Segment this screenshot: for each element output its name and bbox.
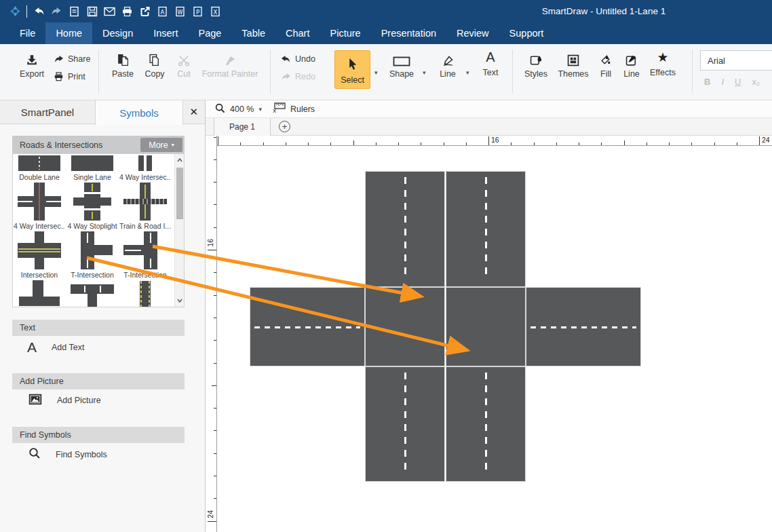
line-tool-button[interactable]: Line bbox=[436, 53, 460, 79]
symbol-4way-intersection-b[interactable]: 4 Way Intersec... bbox=[14, 183, 64, 230]
menu-page[interactable]: Page bbox=[188, 22, 231, 44]
menu-review[interactable]: Review bbox=[446, 22, 499, 44]
format-painter-button[interactable]: Format Painter bbox=[201, 53, 259, 79]
subscript-button[interactable]: x₂ bbox=[752, 77, 760, 87]
fill-button[interactable]: Fill bbox=[596, 53, 615, 79]
menu-table[interactable]: Table bbox=[231, 22, 275, 44]
effects-star-icon: ★ bbox=[657, 52, 668, 65]
italic-button[interactable]: I bbox=[721, 77, 724, 87]
symbol-t-intersection-b[interactable]: T-Intersection bbox=[120, 231, 170, 279]
road-left-arm[interactable] bbox=[250, 287, 365, 366]
drawing-surface[interactable] bbox=[217, 146, 772, 532]
excel-export-icon[interactable]: X bbox=[210, 5, 221, 17]
road-bottom-left[interactable] bbox=[365, 366, 445, 482]
themes-button[interactable]: Themes bbox=[557, 53, 590, 79]
ruler-tick bbox=[214, 295, 216, 296]
close-panel-icon[interactable]: ✕ bbox=[189, 106, 198, 118]
share-button[interactable]: Share bbox=[54, 54, 90, 64]
symbol-4way-intersection-a[interactable]: 4 Way Intersec... bbox=[120, 155, 170, 181]
underline-button[interactable]: U bbox=[735, 77, 741, 87]
symbol-train-road[interactable]: Train & Road I... bbox=[120, 183, 170, 230]
zoom-magnifier-icon[interactable] bbox=[215, 103, 225, 115]
symbol-intersection[interactable]: Intersection bbox=[14, 231, 64, 279]
menu-support[interactable]: Support bbox=[499, 22, 554, 44]
rulers-icon[interactable]: x bbox=[272, 102, 286, 115]
tab-symbols[interactable]: Symbols bbox=[95, 100, 183, 125]
zoom-dropdown-caret[interactable]: ▾ bbox=[258, 106, 262, 113]
tab-smartpanel[interactable]: SmartPanel bbox=[0, 100, 95, 124]
symbol-4way-stoplight[interactable]: 4 Way Stoplight bbox=[67, 183, 117, 230]
find-symbols-button[interactable]: Find Symbols bbox=[28, 447, 107, 461]
ruler-tick bbox=[308, 142, 309, 145]
ruler-tick bbox=[398, 142, 399, 145]
symbol-double-lane[interactable]: Double Lane bbox=[14, 155, 64, 181]
svg-text:X: X bbox=[214, 8, 218, 15]
scrollbar-thumb[interactable] bbox=[176, 168, 183, 219]
quick-redo-icon[interactable] bbox=[51, 5, 62, 17]
font-family-input[interactable]: Arial bbox=[700, 50, 772, 71]
symbol-partial-1[interactable] bbox=[14, 280, 64, 307]
line-dropdown-caret[interactable]: ▾ bbox=[466, 69, 469, 76]
menu-chart[interactable]: Chart bbox=[275, 22, 320, 44]
v-ruler-label-24: 24 bbox=[206, 510, 214, 518]
road-top-right[interactable] bbox=[446, 171, 526, 287]
menu-design[interactable]: Design bbox=[92, 22, 143, 44]
menu-presentation[interactable]: Presentation bbox=[371, 22, 446, 44]
copy-button[interactable]: Copy bbox=[141, 53, 168, 79]
print-quick-icon[interactable] bbox=[121, 5, 133, 17]
t-intersection-left-thumbnail bbox=[123, 231, 167, 269]
menu-insert[interactable]: Insert bbox=[143, 22, 188, 44]
single-lane-thumbnail bbox=[71, 155, 113, 171]
menu-picture[interactable]: Picture bbox=[320, 22, 370, 44]
select-tool-button[interactable]: Select bbox=[334, 50, 370, 89]
text-section-header: Text bbox=[12, 320, 185, 336]
quick-undo-icon[interactable] bbox=[33, 5, 45, 17]
symbol-single-lane[interactable]: Single Lane bbox=[67, 155, 117, 181]
scroll-up-icon[interactable] bbox=[177, 157, 182, 163]
print-button[interactable]: Print bbox=[54, 72, 85, 81]
canvas-area: 400 % ▾ x Rulers Page 1 + 16 24 16 24 bbox=[206, 100, 772, 532]
road-center-left[interactable] bbox=[365, 287, 445, 366]
road-bottom-right[interactable] bbox=[446, 366, 526, 482]
bold-button[interactable]: B bbox=[704, 77, 710, 87]
paste-icon bbox=[117, 53, 129, 66]
zoom-level[interactable]: 400 % bbox=[230, 104, 254, 114]
save-icon[interactable] bbox=[86, 5, 98, 17]
word-export-icon[interactable]: W bbox=[174, 5, 186, 17]
symbol-partial-3[interactable] bbox=[120, 280, 170, 307]
symbol-partial-2[interactable] bbox=[67, 280, 117, 307]
export-button[interactable]: Export bbox=[16, 53, 47, 79]
email-icon[interactable] bbox=[104, 5, 115, 17]
text-tool-button[interactable]: A Text bbox=[478, 52, 503, 77]
powerpoint-export-icon[interactable]: P bbox=[192, 5, 204, 17]
line-style-button[interactable]: Line bbox=[621, 53, 642, 79]
page-tab-1[interactable]: Page 1 bbox=[214, 118, 271, 136]
pdf-export-icon[interactable]: A bbox=[157, 5, 168, 17]
road-center-right[interactable] bbox=[446, 287, 526, 366]
add-text-icon: A bbox=[27, 339, 37, 356]
more-button[interactable]: More▾ bbox=[140, 138, 182, 152]
cut-button[interactable]: Cut bbox=[172, 53, 195, 79]
symbol-t-intersection-a[interactable]: T-Intersection bbox=[67, 231, 117, 279]
export-quick-icon[interactable] bbox=[139, 5, 151, 17]
effects-button[interactable]: ★ Effects bbox=[647, 52, 678, 77]
shape-dropdown-caret[interactable]: ▾ bbox=[423, 69, 426, 76]
styles-button[interactable]: Styles bbox=[522, 53, 549, 79]
shape-tool-button[interactable]: Shape bbox=[387, 53, 417, 79]
add-page-icon[interactable]: + bbox=[279, 121, 290, 132]
add-picture-button[interactable]: Add Picture bbox=[28, 394, 101, 407]
add-text-button[interactable]: A Add Text bbox=[27, 339, 84, 356]
select-dropdown-caret[interactable]: ▾ bbox=[374, 69, 378, 76]
scroll-down-icon[interactable] bbox=[177, 298, 182, 303]
h-ruler-label-24: 24 bbox=[762, 136, 770, 144]
redo-button[interactable]: Redo bbox=[281, 72, 315, 81]
new-document-icon[interactable] bbox=[69, 5, 80, 17]
rulers-label[interactable]: Rulers bbox=[290, 104, 315, 114]
undo-button[interactable]: Undo bbox=[281, 54, 315, 64]
menu-file[interactable]: File bbox=[9, 22, 45, 44]
road-right-arm[interactable] bbox=[526, 287, 641, 366]
paste-button[interactable]: Paste bbox=[109, 53, 137, 79]
menu-home[interactable]: Home bbox=[45, 22, 92, 44]
symbol-grid-scrollbar[interactable] bbox=[174, 154, 184, 307]
road-top-left[interactable] bbox=[365, 171, 445, 287]
